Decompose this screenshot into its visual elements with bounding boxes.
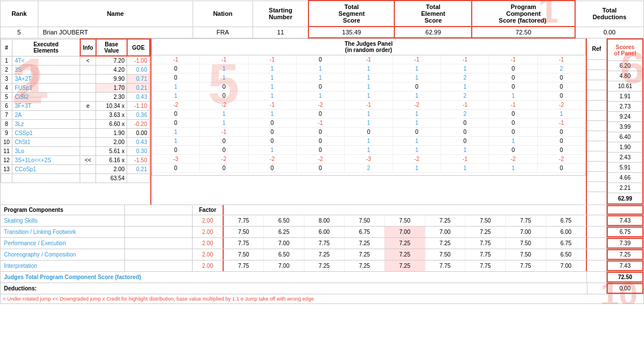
panel-score-total: 62.99 bbox=[608, 193, 642, 203]
pc-transition-scores: 7.50 6.25 6.00 6.75 7.00 7.00 7.25 7.00 … bbox=[224, 227, 587, 237]
pc-total-row: Judges Total Program Component Score (fa… bbox=[0, 272, 644, 283]
elements-section: 2 # ExecutedElements Info BaseValue GOE … bbox=[1, 38, 151, 205]
name-header: Name bbox=[38, 1, 193, 27]
ref-val-10 bbox=[587, 151, 606, 162]
factor-header: Factor bbox=[193, 205, 224, 215]
pc-performance-row: Performance / Execution 2.00 7.75 7.00 7… bbox=[0, 238, 644, 249]
panel-score-4: 1.91 bbox=[608, 92, 642, 102]
element-row: 5 CiSt2 2.30 0.43 bbox=[1, 93, 150, 102]
pc-choreography-label: Choreography / Composition bbox=[1, 249, 125, 260]
judge-row-13: 0 0 0 0 2 1 1 1 0 bbox=[151, 164, 585, 173]
pc-choreography-factor: 2.00 bbox=[193, 249, 224, 260]
element-row: 6 3F+3T e 10.34 x -1.10 bbox=[1, 102, 150, 111]
pc-interpretation-label: Interpretation bbox=[1, 260, 125, 271]
judge-row-6: -2 -2 -1 -2 -1 -2 -1 -1 -2 bbox=[151, 101, 585, 110]
element-row: 3 3A+2T 9.90 0.71 bbox=[1, 75, 150, 84]
element-row: 1 4T< < 7.20 -1.00 bbox=[1, 56, 150, 66]
ref-val-11 bbox=[587, 162, 606, 172]
ref-header: Ref bbox=[587, 38, 606, 60]
pc-transition-panel-score: 6.75 bbox=[607, 227, 643, 237]
deductions-value: 0.00 bbox=[607, 283, 643, 294]
element-total-row: 63.54 bbox=[1, 174, 150, 183]
footnote: < Under-rotated jump << Downgraded jump … bbox=[0, 294, 644, 304]
pc-total-value: 72.50 bbox=[607, 272, 643, 282]
ref-val-7 bbox=[587, 121, 606, 131]
ref-val-3 bbox=[587, 80, 606, 90]
judge-row-total bbox=[151, 173, 585, 176]
ref-val-5 bbox=[587, 101, 606, 111]
panel-score-12: 4.66 bbox=[608, 173, 642, 183]
pc-performance-factor: 2.00 bbox=[193, 238, 224, 249]
skater-total-element: 62.99 bbox=[394, 27, 472, 38]
ref-val-13 bbox=[587, 182, 606, 192]
pc-total-label: Judges Total Program Component Score (fa… bbox=[1, 272, 587, 282]
pc-skating-skills-factor: 2.00 bbox=[193, 215, 224, 226]
element-row: 9 CSSp1 1.90 0.00 bbox=[1, 129, 150, 138]
ref-val-9 bbox=[587, 141, 606, 151]
panel-score-5: 2.73 bbox=[608, 102, 642, 112]
panel-score-2: 4.80 bbox=[608, 71, 642, 81]
element-row: 2 3S 4.20 0.60 bbox=[1, 66, 150, 75]
program-components-section: Program Components Factor bbox=[0, 205, 644, 215]
skater-name: Brian JOUBERT bbox=[38, 27, 193, 38]
panel-score-3: 10.61 bbox=[608, 81, 642, 92]
pc-skating-skills-panel-score: 7.43 bbox=[607, 215, 643, 226]
ref-val-1 bbox=[587, 60, 606, 70]
program-component-score-header: ProgramComponentScore (factored) 1 bbox=[472, 1, 575, 27]
col-elements: ExecutedElements bbox=[12, 39, 80, 56]
panel-score-7: 3.99 bbox=[608, 122, 642, 132]
judge-row-2: 0 1 1 1 1 1 1 0 2 bbox=[151, 64, 585, 73]
panel-score-9: 1.90 bbox=[608, 142, 642, 153]
element-row: 10 ChSt1 2.00 0.43 bbox=[1, 138, 150, 147]
judge-row-8: 0 1 0 -1 1 1 0 0 -1 bbox=[151, 119, 585, 128]
panel-score-6: 9.24 bbox=[608, 112, 642, 122]
pc-interpretation-factor: 2.00 bbox=[193, 260, 224, 271]
judges-panel: 5 The Judges Panel (in random order) -1 … bbox=[151, 38, 587, 205]
pc-transition-label: Transition / Linking Footwork bbox=[1, 227, 125, 237]
judge-row-7: 0 1 1 0 1 1 2 0 1 bbox=[151, 110, 585, 119]
total-segment-score-header: TotalSegmentScore bbox=[308, 1, 394, 27]
pc-skating-skills-label: Skating Skills bbox=[1, 215, 125, 226]
pc-choreography-scores: 7.50 6.50 7.25 7.25 7.25 7.50 7.75 7.50 … bbox=[224, 249, 587, 260]
judge-row-11: 0 0 1 0 1 1 1 0 0 bbox=[151, 146, 585, 155]
judge-row-10: 1 0 0 0 1 1 0 1 0 bbox=[151, 137, 585, 146]
pc-performance-scores: 7.75 7.00 7.75 7.25 7.25 7.25 7.75 7.50 … bbox=[224, 238, 587, 249]
col-num: # bbox=[1, 39, 12, 56]
score-sheet: Rank Name Nation StartingNumber TotalSeg… bbox=[0, 0, 644, 304]
element-row: 13 CCoSp1 2.00 0.21 bbox=[1, 165, 150, 174]
col-goe: GOE bbox=[127, 39, 150, 56]
pc-performance-label: Performance / Execution bbox=[1, 238, 125, 249]
pc-transition-row: Transition / Linking Footwork 2.00 7.50 … bbox=[0, 227, 644, 238]
scores-of-panel-section: 6 Scoresof Panel 6.20 4.80 10.61 1.91 2.… bbox=[607, 38, 643, 205]
panel-score-11: 5.91 bbox=[608, 163, 642, 173]
judge-row-5: 1 0 1 1 1 1 2 1 0 bbox=[151, 92, 585, 101]
pc-choreography-panel-score: 7.25 bbox=[607, 249, 643, 260]
judge-row-3: 0 1 1 1 1 1 2 0 0 bbox=[151, 73, 585, 82]
ref-val-12 bbox=[587, 172, 606, 182]
skater-rank: 5 bbox=[1, 27, 38, 38]
judge-row-1: -1 -1 -1 0 -1 -1 -1 -1 -1 bbox=[151, 55, 585, 64]
total-element-score-header: TotalElementScore bbox=[394, 1, 472, 27]
element-row: 11 3Lo 5.61 x 0.30 bbox=[1, 147, 150, 156]
pc-title: Program Components bbox=[1, 205, 125, 215]
panel-score-13: 2.21 bbox=[608, 183, 642, 193]
nation-header: Nation bbox=[193, 1, 253, 27]
judge-row-12: -3 -2 -2 -2 -3 -2 -1 -2 -2 bbox=[151, 155, 585, 164]
ref-val-2 bbox=[587, 70, 606, 80]
panel-score-8: 6.40 bbox=[608, 132, 642, 142]
skater-deductions: 0.00 bbox=[575, 27, 644, 38]
judge-row-9: 1 -1 0 0 0 0 0 0 0 bbox=[151, 128, 585, 137]
judges-panel-title: The Judges Panel (in random order) bbox=[151, 39, 585, 55]
pc-transition-factor: 2.00 bbox=[193, 227, 224, 237]
element-row: 12 3S+1Lo<<+2S << 6.16 x -1.50 bbox=[1, 156, 150, 165]
skater-nation: FRA bbox=[193, 27, 253, 38]
element-row: 7 2A 3.63 x 0.36 bbox=[1, 111, 150, 120]
pc-skating-skills-scores: 7.75 6.50 8.00 7.50 7.50 7.25 7.50 7.75 … bbox=[224, 215, 587, 226]
ref-val-total bbox=[587, 192, 606, 202]
pc-performance-panel-score: 7.39 bbox=[607, 238, 643, 249]
col-info: Info bbox=[80, 39, 96, 56]
pc-choreography-row: Choreography / Composition 2.00 7.50 6.5… bbox=[0, 249, 644, 260]
judge-row-4: 1 0 1 0 1 0 1 0 0 bbox=[151, 82, 585, 92]
element-row: 8 3Lz 6.60 x -0.20 bbox=[1, 120, 150, 129]
pc-interpretation-panel-score: 7.43 bbox=[607, 260, 643, 271]
